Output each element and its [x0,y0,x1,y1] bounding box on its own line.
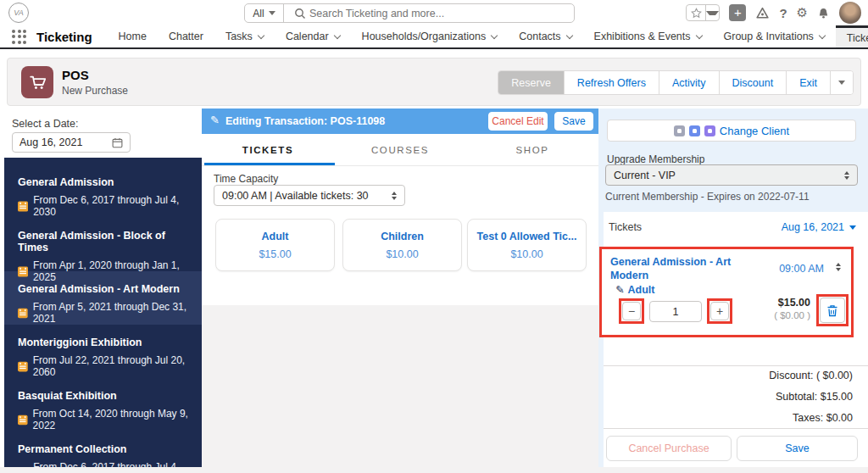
calendar-icon [18,201,28,212]
calendar-icon [18,308,28,319]
actions-dropdown-button[interactable] [830,71,853,94]
nav-tab-households[interactable]: Households/Organizations [351,25,509,47]
setup-gear-icon[interactable]: ⚙ [797,5,808,20]
chevron-down-icon [838,81,845,85]
account-icon [689,125,700,136]
event-item[interactable]: Basquiat Exhibition From Oct 14, 2020 th… [4,378,202,431]
app-launcher-icon[interactable] [12,30,26,44]
trash-icon [826,304,838,317]
calendar-icon [18,415,28,426]
active-tab-underline [204,163,335,165]
editing-transaction-banner: ✎ Editing Transaction: POS-11098 Cancel … [202,109,598,134]
nav-tab-tasks[interactable]: Tasks [214,25,275,47]
refresh-offers-button[interactable]: Refresh Offers [564,71,659,94]
chevron-down-icon [695,31,702,38]
utility-icons: + ? ⚙ [686,0,868,25]
chevron-down-icon [819,31,826,38]
cart-panel: Change Client Upgrade Membership Current… [598,109,868,467]
chevron-down-icon [849,225,856,230]
line-item-time[interactable]: 09:00 AM [779,263,824,275]
nav-tab-group-invitations[interactable]: Group & Invitations [713,25,836,47]
page-background-strip [0,467,868,473]
divider [604,428,868,429]
page-title: POS [62,68,89,82]
page-subtitle: New Purchase [62,85,128,97]
global-search: All [244,3,575,23]
time-stepper-icon[interactable] [836,263,841,271]
contact-icon [674,125,685,136]
reserve-button[interactable]: Reserve [498,71,564,94]
ticket-type-card-adult[interactable]: Adult $15.00 [215,219,335,271]
event-item[interactable]: Permanent Collection From Dec 6, 2017 th… [4,431,202,467]
ticket-type-card-test[interactable]: Test 0 Allowed Tic... $10.00 [467,219,587,271]
calendar-icon [18,266,28,277]
stepper-icon [392,192,397,200]
chevron-down-icon [269,11,275,15]
company-logo[interactable]: VA [8,3,29,23]
event-item[interactable]: Monteriggioni Exhibition From Jul 22, 20… [4,325,202,378]
increase-quantity-button[interactable]: + [710,302,729,320]
event-item[interactable]: General Admission From Dec 6, 2017 throu… [4,164,202,218]
favorites-caret-icon[interactable] [705,5,719,20]
nav-tabs: Home Chatter Tasks Calendar Households/O… [108,25,868,47]
help-icon[interactable]: ? [779,6,787,20]
banner-save-button[interactable]: Save [554,112,593,131]
calendar-icon [112,137,123,148]
nav-tab-ticketing[interactable]: Ticketing [836,25,868,47]
event-list: General Admission From Dec 6, 2017 throu… [4,158,202,467]
tab-tickets[interactable]: TICKETS [202,134,334,165]
quantity-input[interactable] [649,301,702,322]
line-item-discount: ( $0.00 ) [746,310,810,320]
cancel-edit-button[interactable]: Cancel Edit [488,112,548,131]
upgrade-membership-select[interactable]: Current - VIP [605,164,858,186]
line-item-price: $15.00 [746,297,810,309]
utility-bar: VA All + ? ⚙ [0,0,868,25]
app-name: Ticketing [36,30,92,44]
favorites-star-icon[interactable] [687,5,705,20]
date-events-sidebar: Select a Date: Aug 16, 2021 General Admi… [0,109,202,467]
page-header: POS New Purchase Reserve Refresh Offers … [7,58,861,106]
nav-tab-calendar[interactable]: Calendar [275,25,351,47]
delete-line-item-button[interactable] [820,298,845,323]
favorites-control [686,4,720,21]
taxes-total: Taxes: $0.00 [793,412,853,424]
edit-pencil-icon: ✎ [210,114,220,126]
search-icon [294,8,306,19]
cart-line-item-annotated: General Admission - Art Modern 09:00 AM … [599,247,854,337]
search-scope-dropdown[interactable]: All [245,4,284,22]
decrease-quantity-button[interactable]: − [622,302,641,320]
notifications-bell-icon[interactable] [817,7,830,19]
nav-tab-exhibitions[interactable]: Exhibitions & Events [583,25,713,47]
discount-button[interactable]: Discount [719,71,787,94]
change-client-button[interactable]: Change Client [607,120,856,142]
tickets-date-dropdown[interactable]: Aug 16, 2021 [782,221,856,233]
header-actions: Reserve Refresh Offers Activity Discount… [498,70,854,95]
tickets-section-label: Tickets [609,221,642,233]
client-icon [704,125,715,136]
user-avatar[interactable] [839,2,861,24]
ticket-type-card-children[interactable]: Children $10.00 [342,219,462,271]
date-picker-input[interactable]: Aug 16, 2021 [12,132,131,153]
trailhead-icon[interactable] [755,7,770,19]
nav-tab-contacts[interactable]: Contacts [508,25,582,47]
event-item[interactable]: General Admission - Block of Times From … [4,218,202,271]
tab-courses[interactable]: COURSES [334,134,466,165]
time-capacity-label: Time Capacity [214,173,278,185]
nav-tab-home[interactable]: Home [108,25,158,47]
line-item-name[interactable]: General Admission - Art Modern [610,255,754,282]
tab-shop[interactable]: SHOP [466,134,598,165]
divider [604,365,868,366]
save-purchase-button[interactable]: Save [737,436,858,461]
cancel-purchase-button[interactable]: Cancel Purchase [606,436,732,461]
nav-tab-chatter[interactable]: Chatter [158,25,214,47]
exit-button[interactable]: Exit [786,71,830,94]
time-capacity-select[interactable]: 09:00 AM | Available tickets: 30 [214,185,405,206]
screen: VA All + ? ⚙ [0,0,868,473]
search-input[interactable] [284,4,574,22]
banner-text: Editing Transaction: POS-11098 [225,115,385,127]
date-label: Select a Date: [12,118,79,130]
subtotal: Subtotal: $15.00 [776,391,853,403]
activity-button[interactable]: Activity [659,71,719,94]
quick-create-icon[interactable]: + [729,4,746,21]
line-item-type[interactable]: ✎Adult [615,283,654,296]
